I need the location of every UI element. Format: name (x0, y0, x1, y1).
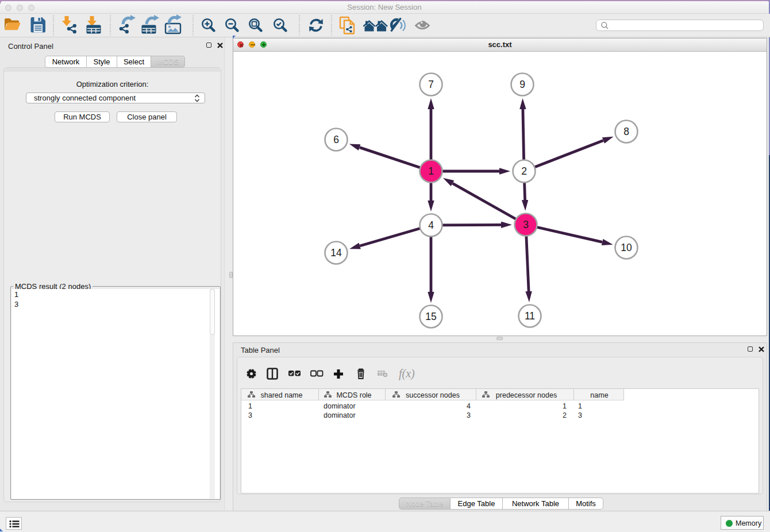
svg-text:15: 15 (425, 311, 436, 322)
svg-text:10: 10 (621, 242, 632, 253)
svg-text:name: name (590, 391, 608, 399)
svg-text:3: 3 (248, 411, 252, 419)
svg-text:successor nodes: successor nodes (406, 391, 460, 399)
svg-text:2: 2 (521, 165, 527, 177)
svg-text:predecessor nodes: predecessor nodes (496, 391, 557, 399)
svg-text:9: 9 (519, 79, 525, 90)
svg-text:2: 2 (563, 411, 567, 419)
svg-text:3: 3 (467, 411, 471, 419)
svg-text:1: 1 (248, 402, 252, 410)
svg-text:1: 1 (428, 165, 434, 177)
svg-text:6: 6 (333, 134, 339, 145)
svg-text:MCDS role: MCDS role (336, 391, 371, 399)
svg-text:dominator: dominator (324, 402, 356, 410)
svg-text:11: 11 (525, 310, 535, 322)
svg-text:8: 8 (623, 126, 629, 137)
svg-text:f(x): f(x) (399, 367, 415, 380)
svg-text:1: 1 (563, 402, 567, 410)
svg-text:4: 4 (428, 219, 434, 231)
svg-text:3: 3 (523, 219, 529, 230)
svg-text:1: 1 (578, 402, 582, 410)
svg-text:3: 3 (578, 411, 582, 419)
svg-text:dominator: dominator (324, 411, 356, 419)
svg-text:4: 4 (467, 402, 471, 410)
svg-text:7: 7 (428, 79, 434, 90)
svg-text:14: 14 (330, 247, 342, 259)
svg-text:shared name: shared name (261, 391, 303, 399)
